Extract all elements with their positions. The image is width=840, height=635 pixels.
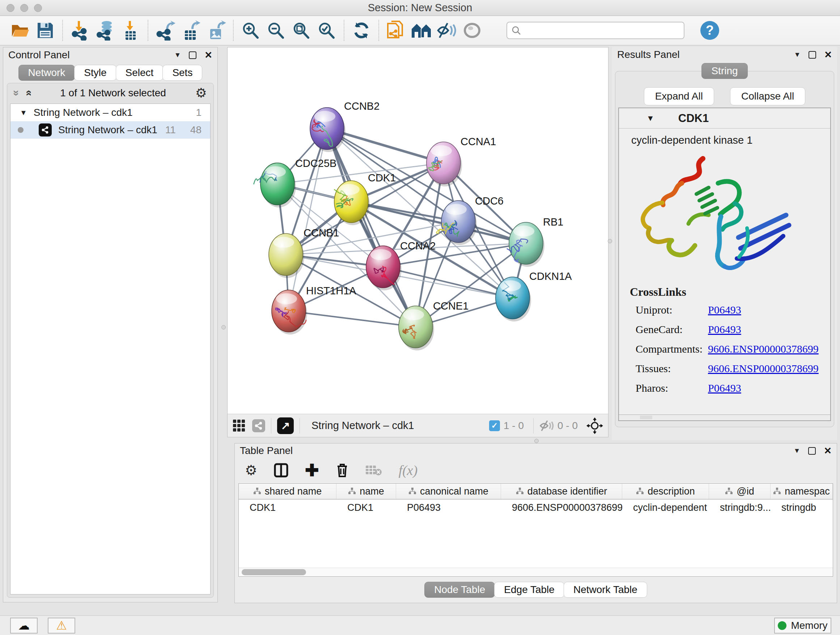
- search-icon: [512, 26, 521, 35]
- share-file-icon[interactable]: [385, 19, 407, 42]
- tab-node-table[interactable]: Node Table: [424, 582, 495, 598]
- network-node-cdc6[interactable]: [436, 201, 477, 245]
- tab-sets[interactable]: Sets: [163, 65, 202, 81]
- open-in-window-icon[interactable]: ↗: [277, 417, 294, 434]
- column-label: @id: [737, 486, 754, 497]
- column-header-shared-name[interactable]: shared name: [239, 484, 336, 499]
- results-panel-menu-icon[interactable]: ▼: [794, 51, 801, 59]
- bottom-splitter-handle[interactable]: [534, 439, 538, 443]
- tab-style[interactable]: Style: [74, 65, 116, 81]
- network-node-ccne1[interactable]: [399, 306, 434, 350]
- delete-table-icon-disabled: [365, 464, 382, 477]
- collapse-all-button[interactable]: Collapse All: [730, 87, 805, 105]
- export-network-icon[interactable]: [154, 19, 177, 42]
- export-table-icon[interactable]: [180, 19, 202, 42]
- network-canvas[interactable]: CCNB2CCNA1CDC25BCDK1CDC6RB1CCNB1CCNA2CDK…: [227, 48, 608, 415]
- warning-icon: ⚠: [56, 618, 67, 632]
- network-node-ccnb2[interactable]: [310, 108, 346, 152]
- show-columns-icon[interactable]: [274, 463, 288, 478]
- table-panel-close-icon[interactable]: ✕: [824, 445, 832, 456]
- table-panel-float-icon[interactable]: [808, 447, 816, 455]
- network-edge[interactable]: [289, 311, 416, 327]
- open-icon[interactable]: [9, 19, 31, 42]
- search-field[interactable]: [507, 22, 684, 39]
- export-image-icon[interactable]: [205, 19, 227, 42]
- import-table-icon[interactable]: [119, 19, 142, 42]
- network-node-cdc25b[interactable]: [254, 163, 296, 207]
- network-node-ccnb1[interactable]: [269, 233, 304, 278]
- zoom-in-icon[interactable]: [240, 19, 262, 42]
- collection-expand-icon[interactable]: ▼: [20, 109, 27, 117]
- network-node-hist1h1a[interactable]: [272, 290, 307, 334]
- string-homes-icon[interactable]: [410, 19, 433, 42]
- import-network-icon[interactable]: [69, 19, 91, 42]
- network-node-cdkn1a[interactable]: [496, 277, 531, 321]
- crosslink-link[interactable]: 9606.ENSP00000378699: [708, 363, 819, 375]
- network-options-gear-icon[interactable]: ⚙: [195, 86, 207, 101]
- network-node-ccna1[interactable]: [426, 142, 462, 187]
- create-column-icon[interactable]: ✚: [305, 462, 319, 478]
- column-header-name[interactable]: name: [336, 484, 396, 499]
- refresh-layout-icon[interactable]: [350, 19, 373, 42]
- table-options-gear-icon[interactable]: ⚙: [245, 462, 257, 478]
- column-header-namespac[interactable]: namespac: [771, 484, 833, 499]
- zoom-out-icon[interactable]: [265, 19, 287, 42]
- column-header-database-identifier[interactable]: database identifier: [501, 484, 622, 499]
- control-panel-float-icon[interactable]: [189, 51, 196, 59]
- tab-network[interactable]: Network: [19, 65, 75, 81]
- hide-unhide-icon[interactable]: [436, 19, 458, 42]
- table-hscrollbar-thumb[interactable]: [242, 569, 306, 575]
- network-node-cdk1[interactable]: [334, 181, 370, 225]
- right-splitter-handle[interactable]: [608, 239, 612, 243]
- table-cell: P06493: [396, 500, 501, 516]
- table-row[interactable]: CDK1CDK1P064939606.ENSP00000378699cyclin…: [239, 500, 833, 516]
- fit-content-crosshair-icon[interactable]: [586, 417, 603, 434]
- birdseye-grid-icon[interactable]: [233, 419, 246, 432]
- results-panel-close-icon[interactable]: ✕: [824, 49, 832, 60]
- results-panel-float-icon[interactable]: [808, 51, 816, 59]
- column-header-description[interactable]: description: [622, 484, 709, 499]
- network-edge[interactable]: [289, 128, 327, 311]
- control-panel-tabs: NetworkStyleSelectSets: [3, 65, 218, 81]
- column-label: database identifier: [527, 486, 607, 497]
- save-icon[interactable]: [34, 19, 57, 42]
- network-edge[interactable]: [327, 128, 416, 327]
- crosslink-link[interactable]: P06493: [708, 323, 741, 336]
- crosslink-link[interactable]: 9606.ENSP00000378699: [708, 343, 819, 355]
- network-collection-row[interactable]: ▼ String Network – cdk1 1: [11, 104, 210, 121]
- search-input[interactable]: [524, 25, 679, 36]
- tab-string[interactable]: String: [701, 63, 747, 79]
- import-database-icon[interactable]: [94, 19, 117, 42]
- delete-column-icon[interactable]: [336, 463, 349, 478]
- tab-edge-table[interactable]: Edge Table: [494, 582, 564, 598]
- tab-network-table[interactable]: Network Table: [564, 582, 647, 598]
- table-panel-menu-icon[interactable]: ▼: [793, 447, 800, 455]
- expand-all-button[interactable]: Expand All: [644, 87, 714, 105]
- hidden-eye-icon[interactable]: [539, 420, 554, 432]
- control-panel-close-icon[interactable]: ✕: [204, 50, 212, 61]
- column-header--id[interactable]: @id: [709, 484, 771, 499]
- expand-all-networks-icon[interactable]: »: [22, 90, 34, 96]
- warnings-button[interactable]: ⚠: [48, 618, 75, 633]
- help-icon[interactable]: ?: [700, 21, 719, 40]
- crosslink-link[interactable]: P06493: [708, 304, 741, 316]
- selected-count-checkbox-icon[interactable]: ✓: [489, 420, 500, 431]
- string-style-icon[interactable]: [252, 419, 265, 432]
- crosslink-link[interactable]: P06493: [708, 382, 741, 394]
- column-label: namespac: [785, 486, 830, 497]
- memory-button[interactable]: Memory: [774, 618, 831, 633]
- collapse-all-networks-icon[interactable]: »: [11, 90, 23, 96]
- tab-select[interactable]: Select: [116, 65, 164, 81]
- control-panel-menu-icon[interactable]: ▼: [174, 51, 181, 59]
- left-splitter-handle[interactable]: [221, 325, 226, 329]
- eye-icon[interactable]: [461, 19, 483, 42]
- network-node-ccna2[interactable]: [366, 246, 401, 290]
- cloud-button[interactable]: ☁: [10, 618, 38, 633]
- network-row[interactable]: String Network – cdk1 11 48: [11, 121, 210, 139]
- table-hscrollbar[interactable]: [239, 568, 833, 576]
- column-header-canonical-name[interactable]: canonical name: [396, 484, 501, 499]
- gene-collapse-icon[interactable]: ▼: [646, 114, 654, 123]
- zoom-fit-icon[interactable]: [290, 19, 313, 42]
- zoom-selected-icon[interactable]: [316, 19, 338, 42]
- results-scrollbar[interactable]: [619, 415, 830, 420]
